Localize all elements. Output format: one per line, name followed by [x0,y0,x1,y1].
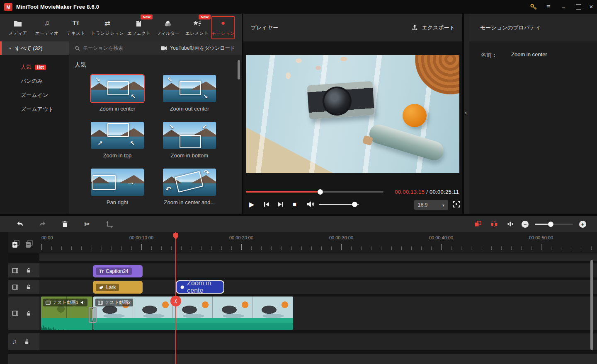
split-gap-icon [490,220,498,228]
fullscreen-button[interactable] [453,200,460,210]
ruler-label: 00:00:40:00 [429,235,453,240]
aspect-ratio-dropdown[interactable]: 16:9 ▾ [414,200,448,210]
pan-target-rect [92,175,116,190]
timeline-gutter [0,232,8,364]
tab-audio[interactable]: ♫ オーディオ [32,15,61,40]
panel-scrollbar[interactable] [238,60,240,80]
split-button[interactable]: ✂ [82,219,92,229]
seek-handle[interactable] [318,189,323,195]
timeline-zoom-slider[interactable] [535,222,573,227]
tab-transition[interactable]: ⇄ トランジション [90,15,124,40]
unlock-icon[interactable] [24,339,29,345]
unlock-icon[interactable] [26,284,31,290]
play-button[interactable]: ▶ [249,200,254,208]
transition-handle[interactable] [89,307,97,323]
prev-frame-button[interactable] [263,201,270,209]
close-icon: × [589,3,593,11]
attach-split-button[interactable] [489,219,499,229]
effect-track-header [8,280,39,294]
unlock-icon[interactable] [26,311,31,316]
tab-text[interactable]: Tт テキスト [61,15,90,40]
crop-button[interactable] [104,219,114,229]
audio-waveform-toggle[interactable] [505,219,515,229]
motion-ball-icon [180,284,184,290]
ruler-label: 00:00:50:00 [529,235,553,240]
zoom-in-button[interactable]: + [579,221,586,228]
search-row: モーションを検索 YouTube動画をダウンロード [69,41,242,55]
motion-thumb-zoom-in-center-rotate[interactable]: ↷ ↶ Zoom in center and... [163,169,216,205]
zoom-target-rect [107,81,129,95]
prev-frame-icon [263,201,270,207]
motion-clip-selected[interactable]: Zoom in cente [176,280,224,294]
undo-button[interactable] [15,219,25,229]
video-clip-2[interactable]: テスト動画2 [93,297,293,330]
redo-button[interactable] [37,219,47,229]
video1-audio-strip [41,318,92,330]
effects-jar-icon [135,19,143,28]
motion-thumb-zoom-in-center[interactable]: ↘ ↖ Zoom in center [91,75,144,112]
license-key-button[interactable] [527,0,539,14]
sidebar-item-popular[interactable]: 人気 Hot [0,60,69,74]
film-track-icon [12,268,18,274]
current-time: 00:00:13:15 [395,189,425,195]
minimize-button[interactable]: − [558,0,569,14]
close-button[interactable]: × [585,0,597,14]
sidebar-item-zoom-out[interactable]: ズームアウト [0,102,69,116]
volume-handle[interactable] [352,202,357,207]
volume-button[interactable] [307,201,314,209]
add-track-button[interactable] [12,239,20,250]
tab-media[interactable]: メディア [3,15,32,40]
menu-button[interactable]: ≡ [543,0,554,14]
motion-thumb-zoom-in-top[interactable]: ↗ ↖ Zoom in top [91,122,144,159]
search-icon [75,46,80,51]
audio-strip-highlight [93,318,293,323]
stop-icon: ■ [293,200,296,207]
waveform-icon [507,220,514,228]
remove-track-button[interactable] [25,239,33,250]
export-button[interactable]: エクスポート [411,24,455,31]
video2-audio-strip [93,318,293,330]
video-clip-1[interactable]: テスト動画1 [41,297,92,330]
rotate-ccw-icon: ↶ [165,186,171,193]
tab-motion[interactable]: ● モーション [211,16,235,39]
music-note-icon: ♫ [44,19,50,28]
zoom-out-button[interactable]: − [522,221,529,228]
sidebar-item-zoom-in[interactable]: ズームイン [0,88,69,102]
unlock-icon[interactable] [26,268,31,273]
tab-effects[interactable]: New エフェクト [124,15,153,40]
motion-thumb-zoom-in-bottom[interactable]: ↘ ↙ Zoom in bottom [163,122,216,159]
sidebar-item-all[interactable]: ▾ すべて (32) [0,41,69,55]
sidebar-item-pan-only[interactable]: パンのみ [0,74,69,88]
audio-effect-clip[interactable]: Lark [93,281,143,294]
zoom-slider-handle[interactable] [548,222,553,227]
motion-thumb-pan-right[interactable]: → Pan right [91,169,144,205]
timeline-ruler[interactable]: 00:00 00:00:10:00 00:00:20:00 00:00:30:0… [8,232,597,253]
app-title: MiniTool MovieMaker Free 8.6.0 [16,4,99,10]
collapse-strip[interactable]: › [464,14,469,214]
name-label: 名前： [481,51,497,59]
youtube-download-link[interactable]: YouTube動画をダウンロード [161,45,235,52]
section-title: 人気 [75,61,86,69]
motion-thumb-zoom-out-center[interactable]: ↖ ↘ Zoom out center [163,75,216,112]
snapshot-frames-button[interactable] [473,219,483,229]
music-track[interactable] [39,333,597,350]
tab-filter[interactable]: フィルター [153,15,182,40]
next-frame-button[interactable] [277,201,284,209]
hot-badge: Hot [35,65,46,70]
transition-arrows-icon: ⇄ [104,19,110,28]
split-at-playhead-button[interactable]: ✂ [170,296,181,306]
tab-elements[interactable]: New エレメント [182,15,211,40]
text-tool-icon: Tт [73,19,80,28]
timeline-scrollbar[interactable] [590,260,593,350]
timecode: 00:00:13:15 / 00:00:25:11 [395,189,459,195]
arrow-up-left-icon: ↖ [131,93,136,99]
delete-button[interactable] [60,219,70,229]
maximize-button[interactable] [573,0,584,14]
category-sidebar: ▾ すべて (32) 人気 Hot パンのみ ズームイン ズームアウト [0,41,69,214]
speaker-icon [80,300,85,305]
stop-button[interactable]: ■ [293,200,296,207]
caption-clip[interactable]: Tт Caption24 [93,265,143,277]
search-input[interactable]: モーションを検索 [75,45,123,52]
rotate-cw-icon: ↷ [204,169,209,176]
undo-icon [16,220,24,228]
